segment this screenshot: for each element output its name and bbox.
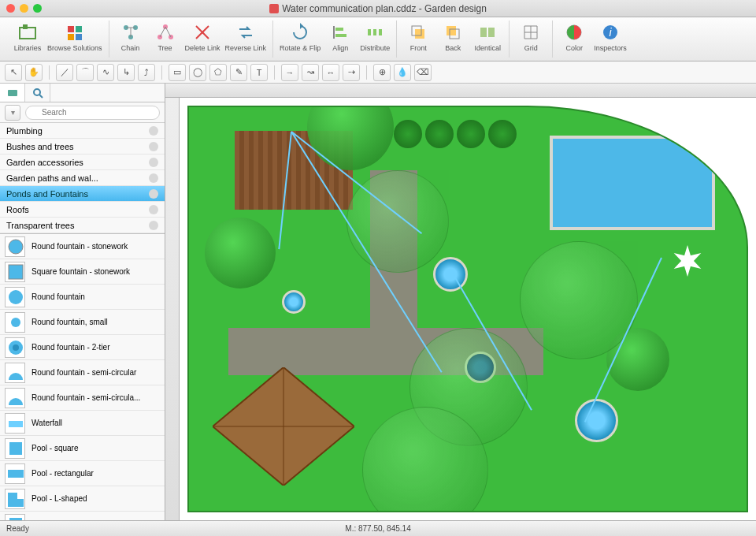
round-fountain-shape[interactable]: [433, 257, 468, 292]
transparent-tree-shape[interactable]: [520, 241, 638, 359]
shape-thumbnail: [5, 287, 25, 307]
tab-search[interactable]: [25, 84, 50, 102]
svg-rect-26: [447, 26, 456, 35]
shape-item-label: Round fountain: [32, 292, 85, 301]
text-tool[interactable]: T: [250, 64, 268, 81]
pool-shape[interactable]: [550, 136, 715, 230]
category-row[interactable]: Plumbing: [0, 123, 165, 139]
distribute-button[interactable]: Distribute: [360, 20, 390, 52]
bush-shape[interactable]: [488, 120, 517, 148]
info-icon: i: [600, 22, 621, 43]
libraries-icon: [17, 22, 38, 43]
shape-thumbnail: [5, 463, 25, 484]
shape-item[interactable]: Pool - 2-tier: [0, 512, 165, 520]
pointer-tool[interactable]: ↖: [5, 64, 22, 81]
grid-icon: [521, 22, 541, 43]
arrow-line-tool[interactable]: →: [281, 64, 298, 81]
shape-item[interactable]: Round fountain - 2-tier: [0, 335, 165, 360]
bezier-tool[interactable]: ✎: [230, 64, 247, 81]
hand-tool[interactable]: ✋: [25, 64, 43, 81]
arrow-smart-tool[interactable]: ⇢: [343, 64, 360, 81]
shape-item[interactable]: Round fountain - semi-circular: [0, 360, 165, 385]
category-label: Transparent trees: [6, 221, 74, 230]
small-fountain-shape[interactable]: [282, 290, 306, 314]
drawing-canvas[interactable]: [180, 98, 756, 520]
shape-item[interactable]: Round fountain - stonework: [0, 234, 165, 259]
disclosure-icon: [149, 205, 158, 214]
tab-shapes[interactable]: [0, 84, 25, 102]
rotate-flip-button[interactable]: Rotate & Flip: [280, 20, 321, 52]
category-row[interactable]: Ponds and Fountains: [0, 186, 165, 202]
window-title-text: Water communication plan.cddz - Garden d…: [282, 3, 487, 14]
shape-item[interactable]: Square fountain - stonework: [0, 259, 165, 285]
shape-item-label: Round fountain, small: [32, 318, 108, 326]
front-button[interactable]: Front: [403, 20, 433, 52]
garden-shape[interactable]: [187, 106, 748, 512]
umbrella-shape[interactable]: [668, 241, 707, 281]
arc-tool[interactable]: ⌒: [76, 64, 94, 81]
libraries-button[interactable]: Libraries: [13, 20, 43, 52]
bush-shape[interactable]: [457, 120, 485, 148]
back-icon: [443, 22, 463, 43]
front-icon: [408, 22, 428, 43]
disclosure-icon: [149, 142, 158, 151]
category-row[interactable]: Bushes and trees: [0, 139, 165, 154]
tree-shape[interactable]: [205, 218, 276, 288]
category-row[interactable]: Transparent trees: [0, 218, 165, 233]
shape-thumbnail: [5, 413, 25, 434]
shape-item[interactable]: Round fountain - semi-circula...: [0, 385, 165, 411]
drawing-toolbar: ↖ ✋ ／ ⌒ ∿ ↳ ⤴ ▭ ◯ ⬠ ✎ T → ↝ ↔ ⇢ ⊕ 💧 ⌫: [0, 61, 756, 84]
eyedropper-tool[interactable]: 💧: [394, 64, 411, 81]
reverse-link-button[interactable]: Reverse Link: [225, 20, 267, 52]
chain-button[interactable]: Chain: [116, 20, 146, 52]
spline-tool[interactable]: ∿: [97, 64, 114, 81]
arrow-arc-tool[interactable]: ↝: [302, 64, 319, 81]
bush-shape[interactable]: [425, 120, 454, 148]
connector-tool[interactable]: ↳: [117, 64, 135, 81]
line-tool[interactable]: ／: [56, 64, 73, 81]
svg-point-36: [9, 240, 23, 254]
shape-item[interactable]: Pool - L-shaped: [0, 486, 165, 512]
svg-rect-21: [368, 29, 371, 35]
search-input[interactable]: [25, 106, 160, 120]
identical-button[interactable]: Identical: [472, 20, 502, 52]
category-row[interactable]: Garden accessories: [0, 154, 165, 170]
category-label: Garden paths and wal...: [6, 173, 98, 183]
bush-shape[interactable]: [394, 120, 422, 148]
shape-thumbnail: [5, 312, 25, 333]
category-row[interactable]: Garden paths and wal...: [0, 170, 165, 186]
svg-rect-4: [68, 34, 74, 40]
delete-link-icon: [192, 22, 213, 43]
rotate-flip-icon: [290, 22, 310, 43]
shape-item-label: Pool - rectangular: [32, 469, 94, 478]
chain-icon: [120, 22, 141, 43]
polygon-tool[interactable]: ⬠: [209, 64, 227, 81]
category-row[interactable]: Roofs: [0, 202, 165, 218]
back-button[interactable]: Back: [438, 20, 468, 52]
arrow-double-tool[interactable]: ↔: [322, 64, 339, 81]
shape-item-label: Round fountain - 2-tier: [32, 343, 110, 352]
shape-item[interactable]: Waterfall: [0, 411, 165, 436]
shape-thumbnail: [5, 388, 25, 408]
inspectors-button[interactable]: i Inspectors: [594, 20, 627, 52]
tree-button[interactable]: Tree: [150, 20, 180, 52]
shape-item[interactable]: Pool - square: [0, 436, 165, 461]
library-menu-button[interactable]: ▾: [5, 105, 20, 121]
delete-link-button[interactable]: Delete Link: [185, 20, 220, 52]
eraser-tool[interactable]: ⌫: [414, 64, 432, 81]
shape-item[interactable]: Pool - rectangular: [0, 461, 165, 486]
align-button[interactable]: Align: [325, 20, 355, 52]
stamp-tool[interactable]: ⊕: [373, 64, 391, 81]
ellipse-tool[interactable]: ◯: [189, 64, 206, 81]
shape-item[interactable]: Round fountain, small: [0, 310, 165, 335]
grid-button[interactable]: Grid: [516, 20, 546, 52]
color-button[interactable]: Color: [559, 20, 589, 52]
browse-solutions-button[interactable]: Browse Solutions: [47, 20, 102, 52]
connector2-tool[interactable]: ⤴: [138, 64, 155, 81]
shape-thumbnail: [5, 337, 25, 358]
round-fountain-shape[interactable]: [575, 399, 618, 442]
shape-item[interactable]: Round fountain: [0, 285, 165, 310]
shape-item-label: Round fountain - semi-circula...: [32, 393, 140, 402]
house-roof-shape[interactable]: [213, 367, 354, 486]
rect-tool[interactable]: ▭: [169, 64, 186, 81]
